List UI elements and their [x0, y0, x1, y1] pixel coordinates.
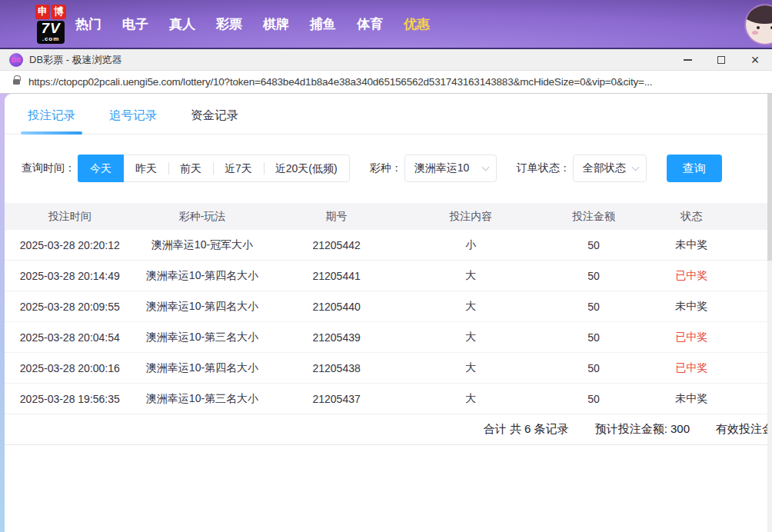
cell-game-play: 澳洲幸运10-冠军大小 [135, 238, 270, 252]
time-filter-option-1[interactable]: 今天 [78, 155, 124, 182]
close-button[interactable]: × [738, 49, 772, 70]
cell-bet-content: 小 [404, 238, 538, 252]
nav-item-2[interactable]: 电子 [122, 15, 148, 33]
cell-status: 未中奖 [649, 300, 734, 314]
cell-game-play: 澳洲幸运10-第三名大小 [135, 392, 270, 406]
chevron-down-icon [631, 164, 639, 171]
order-status-select[interactable]: 全部状态 [573, 155, 647, 182]
cell-bet-time: 2025-03-28 20:09:55 [5, 301, 135, 313]
table-row: 2025-03-28 19:56:35澳洲幸运10-第三名大小21205437大… [5, 384, 772, 414]
time-filter-option-3[interactable]: 前天 [168, 155, 213, 181]
cell-bet-amount: 50 [538, 393, 650, 405]
cell-bet-content: 大 [404, 361, 538, 375]
tab-1[interactable]: 投注记录 [28, 108, 75, 134]
nav-item-6[interactable]: 捕鱼 [310, 15, 336, 33]
logo-mark: 7V .com [37, 21, 64, 44]
logo-main-text: 7V [41, 21, 60, 35]
browser-favicon: DB [9, 53, 23, 67]
logo-sub-text: .com [42, 36, 60, 42]
nav-item-8[interactable]: 优惠 [404, 15, 430, 33]
minimize-button[interactable] [671, 49, 704, 70]
table-body: 2025-03-28 20:20:12澳洲幸运10-冠军大小21205442小5… [5, 230, 772, 414]
avatar[interactable] [746, 5, 772, 44]
page-background: 投注记录追号记录资金记录 查询时间： 今天昨天前天近7天近20天(低频) 彩种：… [0, 94, 772, 532]
main-nav: 热门电子真人彩票棋牌捕鱼体育优惠 [75, 15, 430, 33]
order-status-label: 订单状态： [517, 161, 571, 175]
table-row: 2025-03-28 20:09:55澳洲幸运10-第四名大小21205440大… [5, 291, 772, 322]
cell-bet-content: 大 [404, 300, 538, 314]
table-row: 2025-03-28 20:04:54澳洲幸运10-第三名大小21205439大… [5, 322, 772, 353]
browser-urlbar[interactable]: https://ctopcp02pcali.uengi5e.com/lotter… [0, 71, 772, 94]
lock-icon [13, 79, 20, 85]
cell-bet-time: 2025-03-28 20:14:49 [5, 270, 135, 282]
record-tabs: 投注记录追号记录资金记录 [5, 94, 772, 135]
summary-expected-amount: 预计投注金额: 300 [595, 422, 690, 437]
chevron-down-icon [481, 164, 489, 171]
nav-item-5[interactable]: 棋牌 [263, 15, 289, 33]
cell-issue-number: 21205441 [269, 270, 404, 282]
scrollbar[interactable] [767, 94, 772, 532]
logo-badges: 申 博 [35, 5, 66, 19]
nav-item-4[interactable]: 彩票 [216, 15, 242, 33]
url-text: https://ctopcp02pcali.uengi5e.com/lotter… [28, 76, 652, 88]
column-header-4: 投注内容 [404, 210, 538, 224]
cell-bet-amount: 50 [538, 362, 650, 374]
maximize-button[interactable] [704, 49, 738, 70]
cell-game-play: 澳洲幸运10-第四名大小 [135, 269, 270, 283]
cell-bet-time: 2025-03-28 19:56:35 [5, 393, 135, 405]
lottery-select-label: 彩种： [370, 161, 402, 175]
cell-issue-number: 21205437 [269, 393, 404, 405]
scrollbar-thumb[interactable] [767, 94, 772, 261]
avatar-hair-bun-left [747, 7, 756, 16]
cell-bet-amount: 50 [538, 270, 650, 282]
close-icon: × [751, 53, 760, 67]
cell-status: 已中奖 [649, 331, 734, 344]
cell-bet-content: 大 [404, 392, 538, 406]
cell-game-play: 澳洲幸运10-第四名大小 [135, 300, 270, 314]
cell-status: 未中奖 [649, 238, 734, 252]
bet-records-table: 投注时间彩种-玩法期号投注内容投注金额状态 2025-03-28 20:20:1… [5, 203, 772, 445]
nav-item-3[interactable]: 真人 [169, 15, 195, 33]
cell-issue-number: 21205440 [269, 301, 404, 313]
content-card: 投注记录追号记录资金记录 查询时间： 今天昨天前天近7天近20天(低频) 彩种：… [5, 94, 772, 532]
window-controls: × [671, 49, 772, 70]
nav-item-7[interactable]: 体育 [357, 15, 383, 33]
cell-issue-number: 21205439 [269, 331, 404, 344]
table-row: 2025-03-28 20:20:12澳洲幸运10-冠军大小21205442小5… [5, 230, 772, 261]
avatar-blush-left [752, 31, 758, 35]
tab-3[interactable]: 资金记录 [191, 108, 238, 134]
minimize-icon [684, 59, 692, 61]
cell-bet-time: 2025-03-28 20:04:54 [5, 331, 135, 344]
cell-game-play: 澳洲幸运10-第三名大小 [135, 331, 270, 344]
summary-row: 合计 共 6 条记录 预计投注金额: 300 有效投注金额 [5, 414, 772, 445]
search-button[interactable]: 查询 [667, 155, 722, 182]
site-header: 申 博 7V .com 热门电子真人彩票棋牌捕鱼体育优惠 [0, 0, 772, 49]
summary-total: 合计 共 6 条记录 [484, 422, 569, 437]
column-header-5: 投注金额 [538, 210, 650, 224]
lottery-select[interactable]: 澳洲幸运10 [404, 155, 497, 182]
avatar-eye-left [757, 26, 760, 29]
cell-issue-number: 21205438 [269, 362, 404, 374]
table-row: 2025-03-28 20:14:49澳洲幸运10-第四名大小21205441大… [5, 261, 772, 291]
column-header-6: 状态 [649, 210, 734, 224]
cell-bet-content: 大 [404, 269, 538, 283]
lottery-select-value: 澳洲幸运10 [414, 161, 470, 175]
tab-2[interactable]: 追号记录 [109, 108, 157, 134]
browser-titlebar: DB DB彩票 - 极速浏览器 × [0, 49, 772, 71]
time-filter-option-4[interactable]: 近7天 [213, 155, 264, 181]
cell-bet-time: 2025-03-28 20:20:12 [5, 239, 135, 251]
cell-game-play: 澳洲幸运10-第四名大小 [135, 361, 270, 375]
window-title: DB彩票 - 极速浏览器 [29, 53, 122, 67]
time-filter-option-2[interactable]: 昨天 [124, 155, 168, 181]
logo-badge-left: 申 [35, 5, 50, 19]
table-row: 2025-03-28 20:00:16澳洲幸运10-第四名大小21205438大… [5, 353, 772, 384]
order-status-value: 全部状态 [583, 161, 626, 175]
site-logo[interactable]: 申 博 7V .com [35, 5, 66, 44]
summary-valid-amount: 有效投注金额 [716, 422, 772, 437]
table-header-row: 投注时间彩种-玩法期号投注内容投注金额状态 [5, 203, 772, 230]
time-filter-label: 查询时间： [22, 161, 75, 175]
time-filter-option-5[interactable]: 近20天(低频) [264, 155, 349, 181]
cell-issue-number: 21205442 [269, 239, 404, 251]
nav-item-1[interactable]: 热门 [75, 15, 101, 33]
filter-bar: 查询时间： 今天昨天前天近7天近20天(低频) 彩种： 澳洲幸运10 订单状态：… [22, 155, 772, 182]
